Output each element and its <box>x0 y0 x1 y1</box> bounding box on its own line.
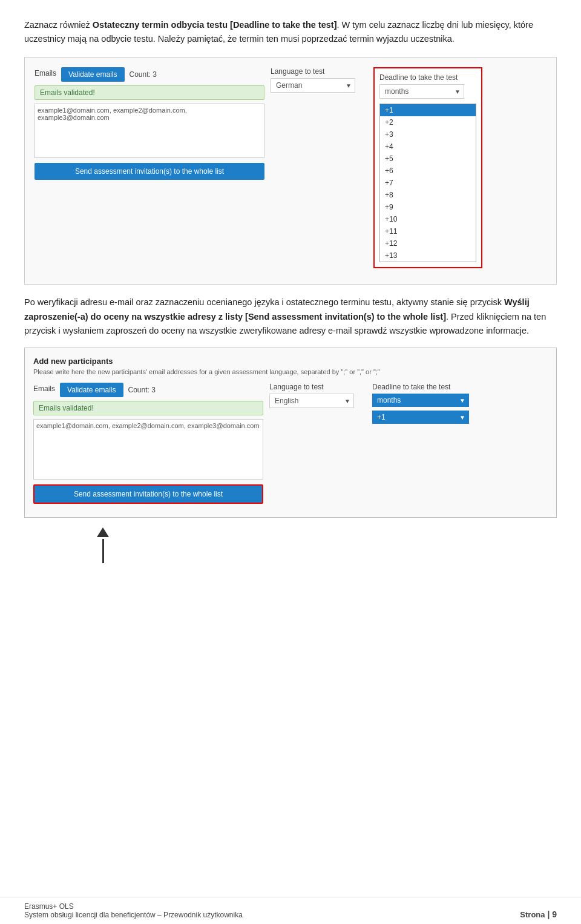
plus1-select-2[interactable]: +1 <box>372 411 469 424</box>
months-row-1: months <box>379 84 476 99</box>
emails-label-2: Emails <box>33 384 55 393</box>
panel-title-2: Add new participants <box>33 357 548 366</box>
form-header-row-1: Emails Validate emails Count: 3 Emails v… <box>34 67 547 268</box>
dropdown-item-plus9[interactable]: +9 <box>380 201 476 213</box>
form-header-row-2: Emails Validate emails Count: 3 Emails v… <box>33 383 548 504</box>
dropdown-item-plus10[interactable]: +10 <box>380 213 476 225</box>
body-paragraph: Po weryfikacji adresu e-mail oraz zaznac… <box>24 295 557 338</box>
arrow-group <box>97 527 109 563</box>
open-dropdown-1: +1 +2 +3 +4 +5 +6 +7 +8 +9 +10 +11 +12 +… <box>379 104 476 262</box>
dropdown-item-plus7[interactable]: +7 <box>380 177 476 189</box>
page-number: 9 <box>552 909 557 919</box>
dropdown-item-plus5[interactable]: +5 <box>380 153 476 165</box>
footer-line2: System obsługi licencji dla beneficjentó… <box>24 911 243 919</box>
dropdown-item-plus6[interactable]: +6 <box>380 165 476 177</box>
arrow-shaft-icon <box>102 539 104 563</box>
screenshot-panel-1: Emails Validate emails Count: 3 Emails v… <box>24 57 557 285</box>
send-btn-2[interactable]: Send assessment invitation(s) to the who… <box>33 484 263 504</box>
dropdown-item-plus2[interactable]: +2 <box>380 116 476 128</box>
email-textarea-1[interactable]: example1@domain.com, example2@domain.com… <box>34 104 264 158</box>
language-select-2[interactable]: English <box>269 394 354 408</box>
panel-subtitle-2: Please write here the new participants' … <box>33 368 548 375</box>
arrow-indicator <box>24 527 557 563</box>
months-select-wrapper-2[interactable]: months <box>372 394 469 407</box>
validate-emails-button-2[interactable]: Validate emails <box>60 383 123 397</box>
validate-row-2: Emails Validate emails Count: 3 <box>33 383 263 397</box>
intro-paragraph: Zaznacz również Ostateczny termin odbyci… <box>24 18 557 46</box>
language-select-wrapper-2[interactable]: English <box>269 394 354 408</box>
footer-left: Erasmus+ OLS System obsługi licencji dla… <box>24 902 243 919</box>
page-label: Strona <box>520 910 545 919</box>
dropdown-item-plus4[interactable]: +4 <box>380 140 476 153</box>
deadline-section-2: Deadline to take the test months +1 <box>372 383 481 427</box>
deadline-section-1: Deadline to take the test months +1 +2 +… <box>373 67 482 268</box>
arrow-head-icon <box>97 527 109 537</box>
send-btn-1[interactable]: Send assessment invitation(s) to the who… <box>34 163 264 180</box>
dropdown-item-plus8[interactable]: +8 <box>380 189 476 201</box>
footer-line1: Erasmus+ OLS <box>24 902 243 911</box>
language-select-1[interactable]: German <box>271 78 355 93</box>
months-select-wrapper-1[interactable]: months <box>379 84 464 99</box>
dropdown-item-plus11[interactable]: +11 <box>380 225 476 237</box>
dropdown-item-plus1[interactable]: +1 <box>380 104 476 116</box>
plus1-row-2: +1 <box>372 411 481 424</box>
deadline-label-2: Deadline to take the test <box>372 383 481 391</box>
emails-section-2: Emails Validate emails Count: 3 Emails v… <box>33 383 263 504</box>
months-select-1[interactable]: months <box>379 84 464 99</box>
count-text-1: Count: 3 <box>130 70 157 79</box>
emails-section-1: Emails Validate emails Count: 3 Emails v… <box>34 67 264 180</box>
language-section-2: Language to test English <box>269 383 366 408</box>
language-section-1: Language to test German <box>271 67 367 93</box>
language-label-2: Language to test <box>269 383 366 391</box>
validated-badge-2: Emails validated! <box>33 401 263 415</box>
dropdown-item-plus13[interactable]: +13 <box>380 249 476 262</box>
intro-bold: Ostateczny termin odbycia testu [Deadlin… <box>93 20 337 30</box>
plus1-select-wrapper-2[interactable]: +1 <box>372 411 469 424</box>
page-separator: | <box>547 909 550 919</box>
months-select-2[interactable]: months <box>372 394 469 407</box>
language-select-wrapper-1[interactable]: German <box>271 78 355 93</box>
validated-badge-1: Emails validated! <box>34 85 264 100</box>
count-text-2: Count: 3 <box>128 386 156 394</box>
emails-label-1: Emails <box>34 69 56 78</box>
intro-pre: Zaznacz również <box>24 20 93 30</box>
deadline-label-1: Deadline to take the test <box>379 73 476 82</box>
dropdown-item-plus3[interactable]: +3 <box>380 128 476 140</box>
footer-right: Strona | 9 <box>520 909 557 919</box>
dropdown-item-plus12[interactable]: +12 <box>380 237 476 249</box>
months-row-2: months <box>372 394 481 407</box>
validate-emails-button-1[interactable]: Validate emails <box>61 67 124 82</box>
validate-row-1: Emails Validate emails Count: 3 <box>34 67 264 82</box>
screenshot-panel-2: Add new participants Please write here t… <box>24 348 557 518</box>
footer: Erasmus+ OLS System obsługi licencji dla… <box>0 897 581 924</box>
email-textarea-2[interactable]: example1@domain.com, example2@domain.com… <box>33 419 263 480</box>
body-pre: Po weryfikacji adresu e-mail oraz zaznac… <box>24 297 504 307</box>
language-label-1: Language to test <box>271 67 367 76</box>
